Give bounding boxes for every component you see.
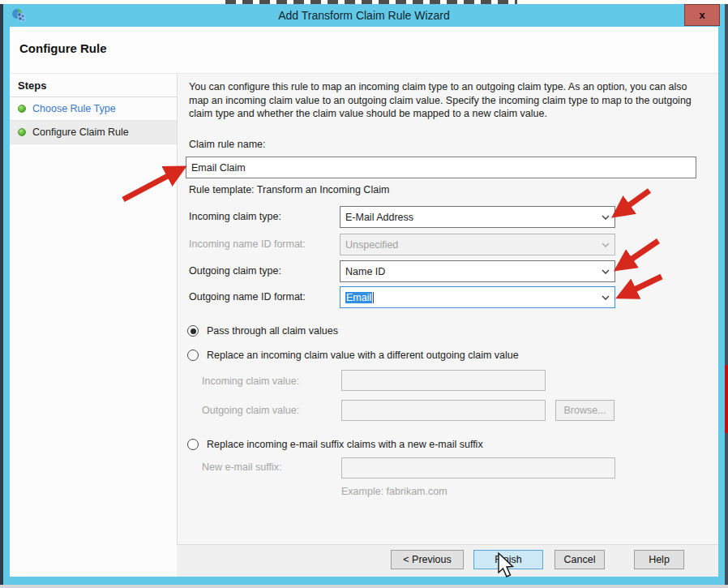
background-bottom-strip — [0, 585, 728, 588]
incoming-claim-type-combobox[interactable]: E-Mail Address — [340, 206, 615, 228]
cancel-button[interactable]: Cancel — [555, 550, 605, 569]
steps-heading: Steps — [10, 74, 177, 97]
incoming-name-id-format-combobox: Unspecified — [340, 234, 615, 255]
chevron-down-icon — [602, 269, 610, 274]
browse-button-label: Browse... — [563, 405, 606, 416]
incoming-name-id-format-label: Incoming name ID format: — [189, 238, 306, 250]
rule-template-text: Rule template: Transform an Incoming Cla… — [189, 184, 389, 195]
radio-unselected-icon — [187, 350, 199, 361]
combobox-value: Name ID — [345, 266, 385, 277]
outgoing-name-id-format-label: Outgoing name ID format: — [189, 291, 306, 303]
page-title: Configure Rule — [19, 41, 107, 55]
combobox-value: Unspecified — [345, 239, 398, 251]
step-complete-icon — [18, 105, 26, 113]
step-complete-icon — [18, 128, 26, 136]
sidebar-item-label: Choose Rule Type — [32, 103, 116, 114]
steps-sidebar: Steps Choose Rule Type Configure Claim R… — [10, 73, 177, 577]
previous-button-label: < Previous — [403, 554, 451, 565]
browse-button: Browse... — [555, 400, 615, 421]
incoming-claim-value-input — [341, 370, 546, 391]
configure-rule-panel: You can configure this rule to map an in… — [177, 73, 718, 544]
outgoing-name-id-format-combobox[interactable]: Email — [340, 286, 615, 308]
chevron-down-icon — [602, 242, 610, 247]
previous-button[interactable]: < Previous — [391, 550, 464, 569]
radio-unselected-icon — [187, 439, 199, 450]
radio-label: Replace incoming e-mail suffix claims wi… — [207, 439, 483, 450]
background-right-strip — [725, 4, 728, 585]
help-button[interactable]: Help — [634, 550, 684, 569]
new-email-suffix-label: New e-mail suffix: — [202, 461, 281, 473]
radio-label: Replace an incoming claim value with a d… — [207, 350, 519, 361]
page-header: Configure Rule — [10, 27, 718, 73]
title-bar: Add Transform Claim Rule Wizard x — [3, 4, 725, 27]
cancel-button-label: Cancel — [564, 554, 596, 565]
radio-replace-value[interactable]: Replace an incoming claim value with a d… — [187, 350, 519, 361]
wizard-dialog: Add Transform Claim Rule Wizard x Config… — [3, 4, 725, 585]
incoming-claim-type-label: Incoming claim type: — [189, 211, 281, 222]
description-text: You can configure this rule to map an in… — [189, 80, 701, 121]
outgoing-claim-value-input — [341, 400, 546, 421]
help-button-label: Help — [649, 554, 670, 565]
window-title: Add Transform Claim Rule Wizard — [278, 9, 450, 22]
claim-rule-name-input[interactable] — [186, 157, 696, 178]
text-caret — [373, 292, 374, 303]
new-email-suffix-input — [341, 457, 615, 479]
radio-replace-suffix[interactable]: Replace incoming e-mail suffix claims wi… — [187, 439, 483, 450]
chevron-down-icon — [602, 295, 610, 300]
finish-button-label: Finish — [495, 554, 521, 565]
finish-button[interactable]: Finish — [473, 550, 543, 569]
adfs-app-icon — [11, 8, 26, 23]
radio-selected-icon — [187, 325, 199, 337]
suffix-example-text: Example: fabrikam.com — [341, 486, 448, 497]
combobox-value: E-Mail Address — [345, 212, 413, 223]
radio-label: Pass through all claim values — [207, 325, 338, 337]
outgoing-claim-type-label: Outgoing claim type: — [189, 265, 281, 277]
combobox-value-selected: Email — [345, 292, 372, 303]
sidebar-item-label: Configure Claim Rule — [32, 127, 129, 138]
close-icon: x — [699, 9, 704, 21]
sidebar-item-choose-rule-type[interactable]: Choose Rule Type — [10, 97, 177, 121]
dialog-body: Configure Rule Steps Choose Rule Type Co… — [10, 27, 718, 577]
radio-pass-through[interactable]: Pass through all claim values — [187, 325, 338, 337]
sidebar-item-configure-claim-rule[interactable]: Configure Claim Rule — [10, 121, 177, 144]
claim-rule-name-label: Claim rule name: — [189, 139, 265, 150]
outgoing-claim-value-label: Outgoing claim value: — [202, 405, 299, 416]
button-bar: < Previous Finish Cancel Help — [177, 544, 718, 577]
close-button[interactable]: x — [684, 4, 720, 26]
chevron-down-icon — [602, 215, 610, 220]
incoming-claim-value-label: Incoming claim value: — [202, 376, 299, 387]
outgoing-claim-type-combobox[interactable]: Name ID — [340, 260, 615, 282]
